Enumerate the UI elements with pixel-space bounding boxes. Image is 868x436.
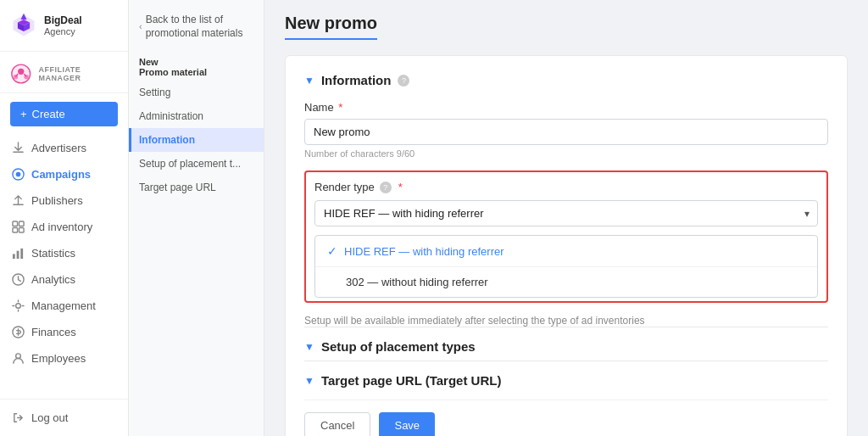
svg-rect-9 — [19, 221, 24, 226]
svg-rect-8 — [13, 221, 18, 226]
target-url-title: Target page URL (Target URL) — [321, 373, 502, 388]
setup-placement-title: Setup of placement types — [321, 339, 476, 354]
analytics-icon — [12, 273, 25, 286]
logo-area: BigDeal Agency — [0, 0, 128, 52]
sidebar-item-statistics[interactable]: Statistics — [0, 240, 128, 266]
svg-point-7 — [16, 172, 21, 177]
information-collapse-arrow[interactable]: ▼ — [304, 75, 314, 87]
setup-placement-section: ▼ Setup of placement types — [304, 327, 828, 361]
promo-material-text: Promo material — [139, 67, 253, 77]
render-type-dropdown: ✓ HIDE REF — with hiding referrer 302 — … — [314, 235, 818, 298]
cancel-button[interactable]: Cancel — [304, 412, 370, 436]
sec-nav-setting[interactable]: Setting — [129, 81, 264, 104]
bar-chart-icon — [12, 247, 25, 260]
sidebar-item-publishers[interactable]: Publishers — [0, 187, 128, 214]
logout-icon — [12, 411, 25, 424]
action-bar: Cancel Save — [304, 400, 828, 436]
svg-rect-11 — [19, 227, 24, 232]
check-icon: ✓ — [327, 244, 337, 258]
affiliate-label: AFFILIATE MANAGER — [38, 65, 118, 82]
svg-rect-14 — [20, 249, 23, 259]
circle-dot-icon — [12, 168, 25, 181]
sidebar-item-finances[interactable]: Finances — [0, 319, 128, 345]
affiliate-icon — [10, 62, 31, 86]
sec-nav-target-page-url[interactable]: Target page URL — [129, 176, 264, 199]
nav-bottom: Log out — [0, 399, 128, 436]
sec-nav-administration[interactable]: Administration — [129, 104, 264, 128]
char-count: Number of characters 9/60 — [304, 148, 828, 159]
svg-rect-10 — [13, 227, 18, 232]
setup-placement-collapse-arrow[interactable]: ▼ — [304, 341, 314, 353]
save-button[interactable]: Save — [379, 412, 435, 436]
back-link[interactable]: ‹ Back to the list of promotional materi… — [129, 7, 264, 52]
affiliate-section: AFFILIATE MANAGER — [0, 52, 128, 93]
render-type-select[interactable]: HIDE REF — with hiding referrer302 — wit… — [314, 200, 818, 226]
render-type-label: Render type ? * — [314, 181, 818, 193]
render-type-required: * — [398, 181, 403, 193]
name-label: Name * — [304, 101, 828, 114]
main-content: New promo ▼ Information ? Name * Number … — [264, 0, 868, 436]
create-button[interactable]: + Create — [10, 102, 118, 126]
render-type-box: Render type ? * HIDE REF — with hiding r… — [304, 170, 828, 303]
information-help-icon[interactable]: ? — [398, 75, 409, 87]
main-sidebar: BigDeal Agency AFFILIATE MANAGER + Creat… — [0, 0, 129, 436]
download-icon — [12, 142, 25, 154]
management-icon — [12, 299, 25, 312]
person-icon — [12, 352, 25, 365]
render-type-select-wrapper: HIDE REF — with hiding referrer302 — wit… — [314, 200, 818, 226]
sec-nav-information[interactable]: Information — [129, 128, 264, 152]
information-section-header: ▼ Information ? — [304, 73, 828, 87]
target-url-collapse-arrow[interactable]: ▼ — [304, 375, 314, 387]
logo-icon — [10, 12, 37, 39]
svg-rect-13 — [17, 251, 19, 259]
sidebar-item-ad-inventory[interactable]: Ad inventory — [0, 214, 128, 240]
dropdown-option-hide-ref[interactable]: ✓ HIDE REF — with hiding referrer — [315, 236, 817, 266]
promo-material-label: New Promo material — [129, 52, 264, 81]
sidebar-item-advertisers[interactable]: Advertisers — [0, 135, 128, 161]
sidebar-item-campaigns[interactable]: Campaigns — [0, 161, 128, 187]
sidebar-item-analytics[interactable]: Analytics — [0, 266, 128, 293]
sidebar-item-management[interactable]: Management — [0, 293, 128, 319]
logout-item[interactable]: Log out — [0, 405, 128, 431]
render-type-help-icon[interactable]: ? — [380, 182, 392, 193]
name-input[interactable] — [304, 119, 828, 145]
information-section-title: Information — [321, 73, 392, 87]
svg-point-1 — [18, 69, 24, 75]
back-chevron-icon: ‹ — [139, 20, 142, 32]
svg-rect-12 — [13, 254, 15, 259]
dropdown-option-302[interactable]: 302 — without hiding referrer — [315, 267, 817, 297]
page-title: New promo — [285, 14, 377, 40]
logo-text: BigDeal Agency — [44, 14, 82, 36]
svg-point-16 — [16, 304, 21, 309]
svg-point-18 — [16, 354, 21, 359]
upload-icon — [12, 194, 25, 207]
target-url-section: ▼ Target page URL (Target URL) — [304, 361, 828, 394]
secondary-sidebar: ‹ Back to the list of promotional materi… — [129, 0, 264, 436]
dollar-icon — [12, 326, 25, 338]
name-required: * — [338, 101, 342, 114]
information-card: ▼ Information ? Name * Number of charact… — [285, 55, 848, 436]
plus-icon: + — [20, 108, 27, 120]
sidebar-item-employees[interactable]: Employees — [0, 345, 128, 372]
sec-nav-setup-placement[interactable]: Setup of placement t... — [129, 152, 264, 176]
new-label: New — [139, 57, 253, 67]
grid-icon — [12, 221, 25, 233]
setup-note: Setup will be available immediately afte… — [304, 315, 828, 327]
